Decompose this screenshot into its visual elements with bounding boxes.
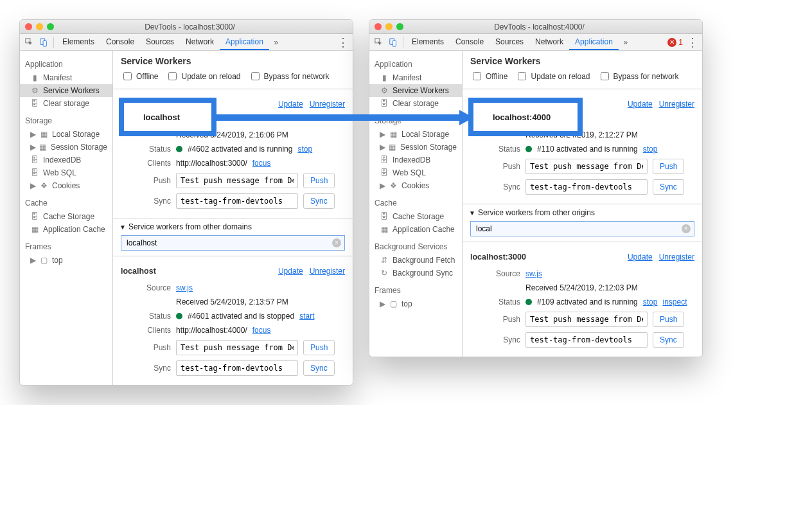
tab-sources[interactable]: Sources: [140, 34, 180, 50]
inspect-icon[interactable]: [372, 34, 386, 50]
push-button[interactable]: Push: [303, 340, 335, 355]
unregister-link[interactable]: Unregister: [659, 100, 694, 109]
check-bypass[interactable]: Bypass for network: [598, 70, 679, 82]
svg-marker-7: [459, 110, 473, 125]
push-input[interactable]: [525, 159, 648, 174]
sidebar-item-session-storage[interactable]: ▶▦Session Storage: [20, 141, 112, 154]
sw-origin: localhost: [121, 100, 156, 109]
inspect-icon[interactable]: [22, 34, 37, 50]
sidebar-item-manifest[interactable]: ▮Manifest: [20, 71, 112, 84]
device-icon[interactable]: [37, 34, 51, 50]
tab-application[interactable]: Application: [569, 34, 619, 50]
sidebar-item-cookies[interactable]: ▶❖Cookies: [369, 179, 462, 192]
traffic-close-icon[interactable]: [25, 23, 32, 30]
source-link[interactable]: sw.js: [176, 283, 193, 292]
start-link[interactable]: start: [299, 312, 314, 321]
traffic-close-icon[interactable]: [375, 23, 382, 30]
sync-button[interactable]: Sync: [303, 360, 335, 376]
more-tabs-icon[interactable]: »: [619, 34, 633, 50]
tab-console[interactable]: Console: [450, 34, 490, 50]
sidebar-item-session-storage[interactable]: ▶▦Session Storage: [369, 141, 462, 154]
check-offline[interactable]: Offline: [470, 70, 507, 82]
sidebar-item-top[interactable]: ▶▢top: [369, 297, 462, 310]
sidebar-item-clear-storage[interactable]: 🗄Clear storage: [20, 97, 112, 110]
filter-box: ×: [121, 235, 345, 251]
tab-network[interactable]: Network: [180, 34, 220, 50]
caret-down-icon[interactable]: ▼: [119, 224, 126, 231]
sidebar-item-cache-storage[interactable]: 🗄Cache Storage: [369, 210, 462, 223]
check-bypass[interactable]: Bypass for network: [249, 70, 330, 82]
clear-icon[interactable]: ×: [332, 238, 341, 247]
sidebar-group-application: Application: [369, 58, 462, 71]
sidebar-item-indexeddb[interactable]: 🗄IndexedDB: [20, 154, 112, 166]
check-reload[interactable]: Update on reload: [166, 70, 240, 82]
update-link[interactable]: Update: [628, 100, 653, 109]
sidebar-item-manifest[interactable]: ▮Manifest: [369, 71, 462, 84]
inspect-link[interactable]: inspect: [662, 297, 687, 306]
push-button[interactable]: Push: [653, 159, 684, 174]
error-badge[interactable]: ✕1: [665, 34, 685, 50]
sync-input[interactable]: [176, 193, 298, 209]
filter-input[interactable]: [470, 221, 694, 236]
unregister-link[interactable]: Unregister: [310, 100, 345, 109]
sidebar-item-service-workers[interactable]: ⚙Service Workers: [20, 84, 112, 97]
device-icon[interactable]: [386, 34, 400, 50]
database-icon: 🗄: [30, 155, 39, 164]
main-pane: Service Workers Offline Update on reload…: [463, 51, 702, 357]
tab-elements[interactable]: Elements: [406, 34, 450, 50]
check-offline[interactable]: Offline: [121, 70, 158, 82]
source-link[interactable]: sw.js: [525, 269, 542, 278]
push-input[interactable]: [176, 340, 298, 355]
sync-input[interactable]: [176, 360, 298, 376]
tab-network[interactable]: Network: [529, 34, 569, 50]
update-link[interactable]: Update: [278, 100, 303, 109]
tab-sources[interactable]: Sources: [490, 34, 529, 50]
sidebar-item-cache-storage[interactable]: 🗄Cache Storage: [20, 210, 112, 223]
sidebar-item-bg-sync[interactable]: ↻Background Sync: [369, 267, 462, 279]
stop-link[interactable]: stop: [643, 297, 658, 306]
frame-icon: ▢: [389, 299, 398, 308]
sync-input[interactable]: [525, 179, 648, 195]
filter-input[interactable]: [121, 235, 345, 251]
caret-down-icon[interactable]: ▼: [469, 209, 475, 217]
sidebar-item-local-storage[interactable]: ▶▦Local Storage: [20, 128, 112, 141]
kebab-icon[interactable]: ⋮: [685, 34, 700, 50]
source-link[interactable]: sw.js: [176, 116, 193, 125]
sidebar-item-app-cache[interactable]: ▦Application Cache: [20, 223, 112, 236]
update-link[interactable]: Update: [628, 253, 653, 262]
sidebar-item-bg-fetch[interactable]: ⇵Background Fetch: [369, 254, 462, 267]
sync-button[interactable]: Sync: [653, 179, 684, 195]
push-button[interactable]: Push: [303, 173, 335, 188]
unregister-link[interactable]: Unregister: [659, 253, 694, 262]
tab-console[interactable]: Console: [100, 34, 140, 50]
sidebar-item-websql[interactable]: 🗄Web SQL: [20, 166, 112, 179]
sidebar-item-service-workers[interactable]: ⚙Service Workers: [369, 84, 462, 97]
stop-link[interactable]: stop: [643, 145, 658, 154]
check-reload[interactable]: Update on reload: [515, 70, 590, 82]
sidebar-item-top[interactable]: ▶▢top: [20, 254, 112, 267]
sync-input[interactable]: [525, 332, 648, 348]
focus-link[interactable]: focus: [252, 326, 271, 335]
source-link[interactable]: sw.js: [525, 116, 542, 125]
push-input[interactable]: [176, 173, 298, 188]
sync-button[interactable]: Sync: [303, 193, 335, 209]
clear-icon[interactable]: ×: [682, 224, 691, 233]
sync-button[interactable]: Sync: [653, 332, 684, 348]
sidebar-item-cookies[interactable]: ▶❖Cookies: [20, 179, 112, 192]
push-button[interactable]: Push: [653, 312, 684, 327]
stop-link[interactable]: stop: [297, 145, 312, 154]
sidebar-item-indexeddb[interactable]: 🗄IndexedDB: [369, 154, 462, 166]
tab-elements[interactable]: Elements: [57, 34, 100, 50]
tab-application[interactable]: Application: [220, 34, 269, 50]
sidebar-item-app-cache[interactable]: ▦Application Cache: [369, 223, 462, 236]
kebab-icon[interactable]: ⋮: [336, 34, 350, 50]
push-input[interactable]: [525, 312, 648, 327]
more-tabs-icon[interactable]: »: [269, 34, 283, 50]
sw-origin: localhost: [121, 267, 156, 276]
unregister-link[interactable]: Unregister: [310, 267, 345, 276]
focus-link[interactable]: focus: [252, 159, 271, 168]
arrow-icon: [216, 108, 473, 127]
update-link[interactable]: Update: [278, 267, 303, 276]
sidebar-item-websql[interactable]: 🗄Web SQL: [369, 166, 462, 179]
sidebar-item-local-storage[interactable]: ▶▦Local Storage: [369, 128, 462, 141]
